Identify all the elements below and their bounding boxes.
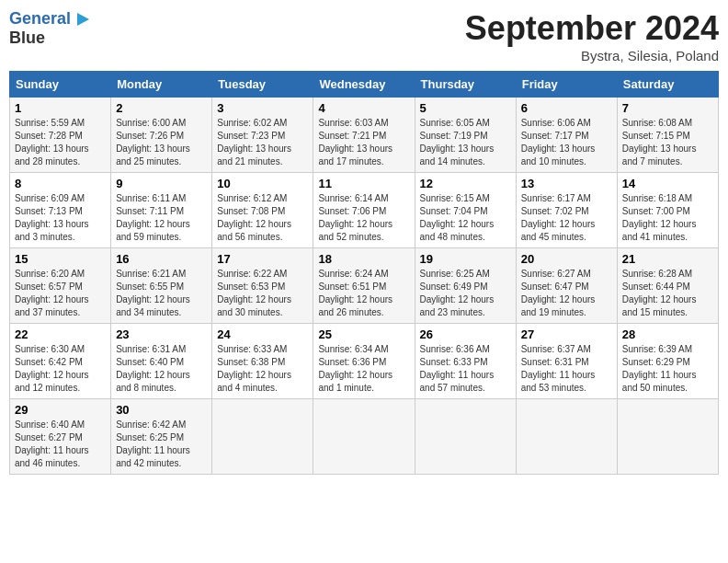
day-number: 29: [15, 403, 106, 417]
calendar-cell: 11Sunrise: 6:14 AM Sunset: 7:06 PM Dayli…: [313, 173, 415, 248]
calendar-cell: [415, 399, 516, 475]
day-number: 12: [420, 177, 511, 190]
calendar-week-row: 22Sunrise: 6:30 AM Sunset: 6:42 PM Dayli…: [10, 324, 719, 399]
calendar-cell: 22Sunrise: 6:30 AM Sunset: 6:42 PM Dayli…: [10, 324, 111, 399]
calendar-cell: 20Sunrise: 6:27 AM Sunset: 6:47 PM Dayli…: [516, 248, 617, 324]
location: Bystra, Silesia, Poland: [465, 48, 719, 63]
day-number: 2: [116, 101, 207, 115]
month-title: September 2024: [465, 9, 719, 48]
calendar-cell: 7Sunrise: 6:08 AM Sunset: 7:15 PM Daylig…: [617, 98, 718, 173]
calendar-week-row: 1Sunrise: 5:59 AM Sunset: 7:28 PM Daylig…: [10, 98, 719, 173]
calendar-cell: 30Sunrise: 6:42 AM Sunset: 6:25 PM Dayli…: [111, 399, 212, 475]
day-detail: Sunrise: 6:03 AM Sunset: 7:21 PM Dayligh…: [318, 117, 409, 168]
page-header: General Blue September 2024 Bystra, Sile…: [9, 9, 719, 63]
calendar-cell: 17Sunrise: 6:22 AM Sunset: 6:53 PM Dayli…: [212, 248, 313, 324]
day-number: 22: [15, 327, 106, 341]
calendar-cell: 25Sunrise: 6:34 AM Sunset: 6:36 PM Dayli…: [313, 324, 415, 399]
day-detail: Sunrise: 6:11 AM Sunset: 7:11 PM Dayligh…: [116, 192, 207, 244]
calendar-cell: 6Sunrise: 6:06 AM Sunset: 7:17 PM Daylig…: [516, 98, 617, 173]
day-number: 19: [420, 252, 511, 266]
calendar-cell: [313, 399, 415, 475]
day-detail: Sunrise: 6:08 AM Sunset: 7:15 PM Dayligh…: [622, 117, 713, 168]
day-detail: Sunrise: 5:59 AM Sunset: 7:28 PM Dayligh…: [15, 117, 106, 168]
day-detail: Sunrise: 6:34 AM Sunset: 6:36 PM Dayligh…: [318, 343, 409, 395]
calendar-body: 1Sunrise: 5:59 AM Sunset: 7:28 PM Daylig…: [10, 98, 719, 475]
dow-header: Thursday: [415, 72, 516, 98]
day-number: 7: [622, 101, 713, 115]
day-detail: Sunrise: 6:21 AM Sunset: 6:55 PM Dayligh…: [116, 268, 207, 319]
day-number: 14: [622, 177, 713, 190]
day-number: 28: [622, 327, 713, 341]
day-detail: Sunrise: 6:40 AM Sunset: 6:27 PM Dayligh…: [15, 419, 106, 470]
calendar-week-row: 15Sunrise: 6:20 AM Sunset: 6:57 PM Dayli…: [10, 248, 719, 324]
day-number: 20: [521, 252, 612, 266]
calendar-cell: 27Sunrise: 6:37 AM Sunset: 6:31 PM Dayli…: [516, 324, 617, 399]
calendar-cell: 14Sunrise: 6:18 AM Sunset: 7:00 PM Dayli…: [617, 173, 718, 248]
day-number: 26: [420, 327, 511, 341]
day-detail: Sunrise: 6:25 AM Sunset: 6:49 PM Dayligh…: [420, 268, 511, 319]
calendar-cell: 23Sunrise: 6:31 AM Sunset: 6:40 PM Dayli…: [111, 324, 212, 399]
day-detail: Sunrise: 6:27 AM Sunset: 6:47 PM Dayligh…: [521, 268, 612, 319]
day-detail: Sunrise: 6:05 AM Sunset: 7:19 PM Dayligh…: [420, 117, 511, 168]
day-number: 25: [318, 327, 409, 341]
day-detail: Sunrise: 6:28 AM Sunset: 6:44 PM Dayligh…: [622, 268, 713, 319]
day-number: 6: [521, 101, 612, 115]
day-number: 18: [318, 252, 409, 266]
calendar-cell: 24Sunrise: 6:33 AM Sunset: 6:38 PM Dayli…: [212, 324, 313, 399]
day-detail: Sunrise: 6:30 AM Sunset: 6:42 PM Dayligh…: [15, 343, 106, 395]
day-detail: Sunrise: 6:24 AM Sunset: 6:51 PM Dayligh…: [318, 268, 409, 319]
calendar-cell: 29Sunrise: 6:40 AM Sunset: 6:27 PM Dayli…: [10, 399, 111, 475]
dow-header: Saturday: [617, 72, 718, 98]
calendar-cell: 18Sunrise: 6:24 AM Sunset: 6:51 PM Dayli…: [313, 248, 415, 324]
day-detail: Sunrise: 6:15 AM Sunset: 7:04 PM Dayligh…: [420, 192, 511, 244]
calendar-cell: 13Sunrise: 6:17 AM Sunset: 7:02 PM Dayli…: [516, 173, 617, 248]
day-number: 11: [318, 177, 409, 190]
calendar-table: SundayMondayTuesdayWednesdayThursdayFrid…: [9, 71, 719, 475]
day-detail: Sunrise: 6:06 AM Sunset: 7:17 PM Dayligh…: [521, 117, 612, 168]
day-number: 30: [116, 403, 207, 417]
dow-header: Wednesday: [313, 72, 415, 98]
calendar-cell: 10Sunrise: 6:12 AM Sunset: 7:08 PM Dayli…: [212, 173, 313, 248]
calendar-cell: 26Sunrise: 6:36 AM Sunset: 6:33 PM Dayli…: [415, 324, 516, 399]
day-number: 15: [15, 252, 106, 266]
day-detail: Sunrise: 6:20 AM Sunset: 6:57 PM Dayligh…: [15, 268, 106, 319]
logo-general: General: [9, 9, 71, 28]
calendar-cell: 8Sunrise: 6:09 AM Sunset: 7:13 PM Daylig…: [10, 173, 111, 248]
calendar-cell: [617, 399, 718, 475]
day-detail: Sunrise: 6:39 AM Sunset: 6:29 PM Dayligh…: [622, 343, 713, 395]
dow-header: Sunday: [10, 72, 111, 98]
title-block: September 2024 Bystra, Silesia, Poland: [465, 9, 719, 63]
day-number: 4: [318, 101, 409, 115]
day-number: 23: [116, 327, 207, 341]
days-of-week-row: SundayMondayTuesdayWednesdayThursdayFrid…: [10, 72, 719, 98]
day-detail: Sunrise: 6:42 AM Sunset: 6:25 PM Dayligh…: [116, 419, 207, 470]
day-number: 17: [217, 252, 308, 266]
logo: General Blue: [9, 9, 89, 47]
logo-arrow-icon: [77, 13, 89, 26]
day-number: 1: [15, 101, 106, 115]
calendar-cell: 15Sunrise: 6:20 AM Sunset: 6:57 PM Dayli…: [10, 248, 111, 324]
calendar-cell: 1Sunrise: 5:59 AM Sunset: 7:28 PM Daylig…: [10, 98, 111, 173]
day-detail: Sunrise: 6:18 AM Sunset: 7:00 PM Dayligh…: [622, 192, 713, 244]
calendar-cell: 19Sunrise: 6:25 AM Sunset: 6:49 PM Dayli…: [415, 248, 516, 324]
calendar-cell: [516, 399, 617, 475]
day-detail: Sunrise: 6:09 AM Sunset: 7:13 PM Dayligh…: [15, 192, 106, 244]
day-number: 8: [15, 177, 106, 190]
day-detail: Sunrise: 6:36 AM Sunset: 6:33 PM Dayligh…: [420, 343, 511, 395]
day-detail: Sunrise: 6:12 AM Sunset: 7:08 PM Dayligh…: [217, 192, 308, 244]
day-detail: Sunrise: 6:37 AM Sunset: 6:31 PM Dayligh…: [521, 343, 612, 395]
calendar-week-row: 8Sunrise: 6:09 AM Sunset: 7:13 PM Daylig…: [10, 173, 719, 248]
day-detail: Sunrise: 6:22 AM Sunset: 6:53 PM Dayligh…: [217, 268, 308, 319]
day-number: 9: [116, 177, 207, 190]
calendar-week-row: 29Sunrise: 6:40 AM Sunset: 6:27 PM Dayli…: [10, 399, 719, 475]
logo-text: General: [9, 9, 89, 29]
day-detail: Sunrise: 6:02 AM Sunset: 7:23 PM Dayligh…: [217, 117, 308, 168]
day-detail: Sunrise: 6:33 AM Sunset: 6:38 PM Dayligh…: [217, 343, 308, 395]
calendar-cell: 28Sunrise: 6:39 AM Sunset: 6:29 PM Dayli…: [617, 324, 718, 399]
day-detail: Sunrise: 6:17 AM Sunset: 7:02 PM Dayligh…: [521, 192, 612, 244]
day-detail: Sunrise: 6:14 AM Sunset: 7:06 PM Dayligh…: [318, 192, 409, 244]
day-number: 5: [420, 101, 511, 115]
calendar-cell: 4Sunrise: 6:03 AM Sunset: 7:21 PM Daylig…: [313, 98, 415, 173]
day-number: 13: [521, 177, 612, 190]
day-detail: Sunrise: 6:00 AM Sunset: 7:26 PM Dayligh…: [116, 117, 207, 168]
